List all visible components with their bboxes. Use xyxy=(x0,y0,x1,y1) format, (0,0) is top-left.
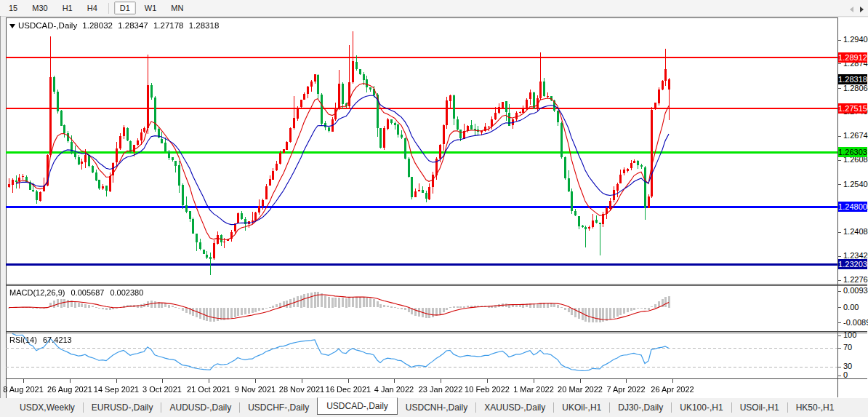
date-axis-tick-mark xyxy=(580,379,581,383)
indicator-axis-tick-label: 100 xyxy=(843,330,856,340)
price-axis-tick-mark xyxy=(837,256,841,257)
timeframe-button-d1[interactable]: D1 xyxy=(114,1,136,15)
timeframe-button-h1[interactable]: H1 xyxy=(57,1,79,15)
price-badge-1.28318: 1.28318 xyxy=(838,74,867,84)
indicator-axis-tick-label: 70 xyxy=(843,343,852,352)
price-axis-tick-label: 1.26740 xyxy=(843,131,868,140)
rsi-value: 67.4213 xyxy=(43,335,72,344)
price-axis-tick-label: 1.24080 xyxy=(843,227,868,237)
timeframe-button-w1[interactable]: W1 xyxy=(139,1,163,15)
indicator-axis-tick-mark xyxy=(837,322,841,323)
indicator-axis-tick-mark xyxy=(837,367,841,368)
date-axis-tick-mark xyxy=(23,379,24,383)
date-axis-tick-mark xyxy=(348,379,349,383)
tab-scroll-left-icon[interactable] xyxy=(850,7,853,12)
tab-hk50-h1[interactable]: HK50-,H1 xyxy=(788,400,843,415)
indicator-axis-tick-label: 0.00 xyxy=(843,303,859,312)
macd-label: MACD(12,26,9) 0.005687 0.002380 xyxy=(9,288,147,297)
tab-scroll-right-icon[interactable] xyxy=(860,7,864,12)
macd-signal-value: 0.002380 xyxy=(110,288,143,297)
date-axis-tick-mark xyxy=(487,379,488,383)
price-axis-tick-label: 1.22760 xyxy=(843,275,868,285)
tab-dj30-daily[interactable]: DJ30-,Daily xyxy=(610,400,671,415)
timeframe-toolbar: 15M30H1H4D1W1MN xyxy=(0,0,868,17)
timeframe-button-h4[interactable]: H4 xyxy=(81,1,103,15)
window-left-border xyxy=(0,16,1,417)
price-axis-tick-label: 1.29400 xyxy=(843,35,868,44)
indicator-axis-tick-mark xyxy=(837,335,841,336)
chart-symbol: USDCAD-,Daily xyxy=(18,21,77,30)
date-axis-tick-mark xyxy=(162,379,163,383)
tab-xauusd-daily[interactable]: XAUUSD-,Daily xyxy=(476,400,553,415)
tab-eurusd-daily[interactable]: EURUSD-,Daily xyxy=(84,400,161,415)
date-axis-tick-mark xyxy=(255,379,256,383)
indicator-axis-tick-label: 0 xyxy=(843,370,848,380)
chart-title: USDCAD-,Daily 1.28032 1.28347 1.27178 1.… xyxy=(9,21,222,30)
tab-usoil-h1[interactable]: USOil-,H1 xyxy=(732,400,787,415)
date-axis-tick-mark xyxy=(116,379,117,383)
indicator-axis-tick-label: -0.008902 xyxy=(843,318,868,327)
date-axis-tick-mark xyxy=(626,379,627,383)
price-axis-tick-label: 1.28060 xyxy=(843,84,868,93)
tab-ukoil-h1[interactable]: UKOil-,H1 xyxy=(554,400,609,415)
symbol-tab-bar: USDX,WeeklyEURUSD-,DailyAUDUSD-,DailyUSD… xyxy=(0,398,868,417)
date-axis-tick-mark xyxy=(302,379,302,383)
price-axis-tick-mark xyxy=(837,63,841,64)
indicator-axis-tick-mark xyxy=(837,307,841,308)
ohlc-high: 1.28347 xyxy=(118,21,148,30)
price-axis-tick-mark xyxy=(837,160,841,161)
price-axis-tick-mark xyxy=(837,184,841,185)
tab-usdx-weekly[interactable]: USDX,Weekly xyxy=(12,400,83,415)
date-axis-tick-mark xyxy=(534,379,534,383)
ohlc-open: 1.28032 xyxy=(82,21,113,30)
toolbar-separator xyxy=(108,3,109,14)
chart-plot-area[interactable] xyxy=(6,17,837,397)
price-axis-tick-mark xyxy=(837,136,841,137)
tab-uk100-h1[interactable]: UK100-,H1 xyxy=(672,400,731,415)
price-axis-tick-mark xyxy=(837,40,841,41)
price-badge-1.24800: 1.24800 xyxy=(838,202,867,212)
timeframe-button-m30[interactable]: M30 xyxy=(26,1,53,15)
ohlc-close: 1.28318 xyxy=(189,21,220,30)
timeframe-button-15[interactable]: 15 xyxy=(3,1,23,15)
indicator-axis-tick-label: 0.009345 xyxy=(843,286,868,295)
indicator-axis-tick-mark xyxy=(837,291,841,292)
date-axis-tick-mark xyxy=(441,379,441,383)
indicator-axis-tick-mark xyxy=(837,348,841,349)
date-axis-tick-mark xyxy=(672,379,673,383)
tab-usdcnh-daily[interactable]: USDCNH-,Daily xyxy=(398,400,475,415)
price-badge-1.23203: 1.23203 xyxy=(838,259,867,269)
ohlc-low: 1.27178 xyxy=(153,21,184,30)
date-axis-tick-mark xyxy=(209,379,209,383)
rsi-label: RSI(14) 67.4213 xyxy=(9,335,76,344)
date-axis-tick-mark xyxy=(70,379,71,383)
macd-name: MACD(12,26,9) xyxy=(9,288,65,297)
indicator-axis-tick-mark xyxy=(837,376,841,376)
price-axis-tick-label: 1.25400 xyxy=(843,180,868,189)
rsi-name: RSI(14) xyxy=(9,335,37,344)
price-axis-tick-mark xyxy=(837,280,841,281)
price-badge-1.27515: 1.27515 xyxy=(838,103,867,114)
date-axis-label: 26 Apr 2022 xyxy=(640,385,705,394)
symbol-dropdown-icon xyxy=(9,24,15,28)
timeframe-button-mn[interactable]: MN xyxy=(165,1,189,15)
tab-audusd-daily[interactable]: AUDUSD-,Daily xyxy=(161,400,239,415)
price-badge-1.26303: 1.26303 xyxy=(838,147,867,157)
price-axis-tick-mark xyxy=(837,88,841,89)
price-axis-tick-mark xyxy=(837,232,841,233)
macd-main-value: 0.005687 xyxy=(71,288,104,297)
price-badge-1.28912: 1.28912 xyxy=(838,52,867,63)
date-axis-tick-mark xyxy=(394,379,395,383)
tab-usdchf-daily[interactable]: USDCHF-,Daily xyxy=(240,400,317,415)
tab-usdcad-daily[interactable]: USDCAD-,Daily xyxy=(317,397,398,415)
